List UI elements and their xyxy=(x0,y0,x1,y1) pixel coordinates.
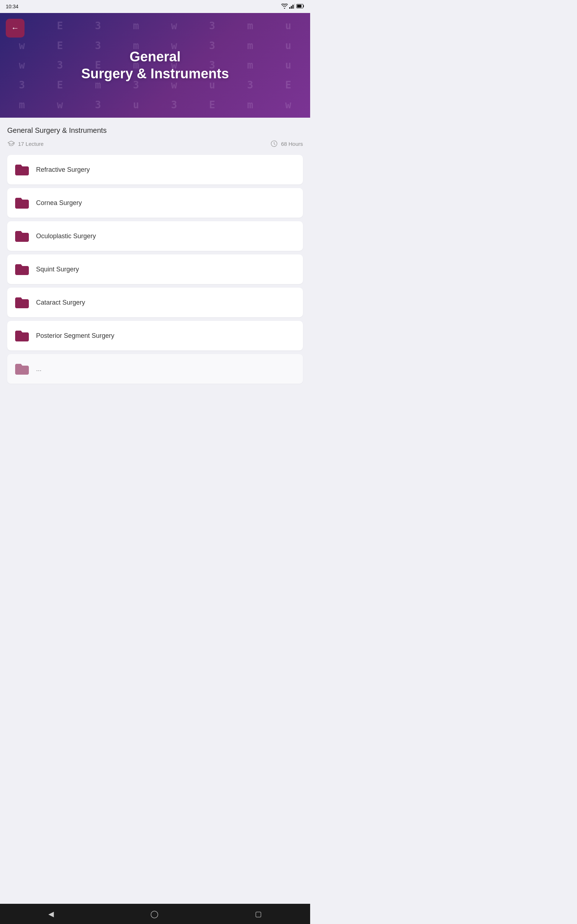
battery-icon xyxy=(297,3,305,10)
lecture-count-item: 17 Lecture xyxy=(7,140,44,148)
back-button[interactable]: ← xyxy=(6,19,24,37)
hero-title-line1: General xyxy=(81,48,229,66)
status-bar: 10:34 xyxy=(0,0,310,13)
list-item[interactable]: Oculoplastic Surgery xyxy=(7,221,303,251)
hours-label: 68 Hours xyxy=(281,141,303,147)
content-area: General Surgery & Instruments 17 Lecture… xyxy=(0,118,310,389)
course-meta: 17 Lecture 68 Hours xyxy=(7,140,303,148)
list-item[interactable]: Cornea Surgery xyxy=(7,188,303,218)
folder-icon xyxy=(15,262,29,276)
list-item[interactable]: Cataract Surgery xyxy=(7,288,303,317)
folder-icon xyxy=(15,163,29,176)
signal-icon xyxy=(289,3,295,10)
folder-icon xyxy=(15,362,29,376)
folder-label: Posterior Segment Surgery xyxy=(36,332,114,340)
wifi-icon xyxy=(281,3,288,10)
folder-label: Cataract Surgery xyxy=(36,299,85,307)
list-item[interactable]: Posterior Segment Surgery xyxy=(7,321,303,351)
folder-list: Refractive Surgery Cornea Surgery Oculop… xyxy=(7,155,303,384)
hero-title-line2: Surgery & Instruments xyxy=(81,65,229,82)
svg-rect-1 xyxy=(291,6,292,9)
folder-label: Squint Surgery xyxy=(36,266,79,273)
svg-rect-5 xyxy=(297,5,301,8)
svg-rect-0 xyxy=(289,7,290,9)
svg-rect-2 xyxy=(292,5,293,9)
folder-icon xyxy=(15,329,29,342)
back-arrow-icon: ← xyxy=(11,24,19,32)
hero-banner: m E 3 m w 3 m u w E 3 m w 3 m u w 3 E m … xyxy=(0,13,310,118)
hero-title: General Surgery & Instruments xyxy=(74,48,236,82)
folder-label: Oculoplastic Surgery xyxy=(36,233,96,240)
list-item[interactable]: Squint Surgery xyxy=(7,254,303,284)
lecture-count-label: 17 Lecture xyxy=(18,141,44,147)
status-icons xyxy=(281,3,305,10)
clock-icon xyxy=(270,140,278,148)
graduate-icon xyxy=(7,140,15,148)
list-item[interactable]: Refractive Surgery xyxy=(7,155,303,184)
folder-label: Refractive Surgery xyxy=(36,166,90,174)
folder-label: Cornea Surgery xyxy=(36,199,82,207)
folder-icon xyxy=(15,196,29,210)
folder-icon xyxy=(15,229,29,243)
list-item[interactable]: ... xyxy=(7,354,303,384)
course-title: General Surgery & Instruments xyxy=(7,126,303,135)
folder-icon xyxy=(15,296,29,309)
status-time: 10:34 xyxy=(6,3,18,10)
hours-item: 68 Hours xyxy=(270,140,303,148)
folder-label: ... xyxy=(36,365,42,373)
svg-rect-3 xyxy=(294,3,295,9)
